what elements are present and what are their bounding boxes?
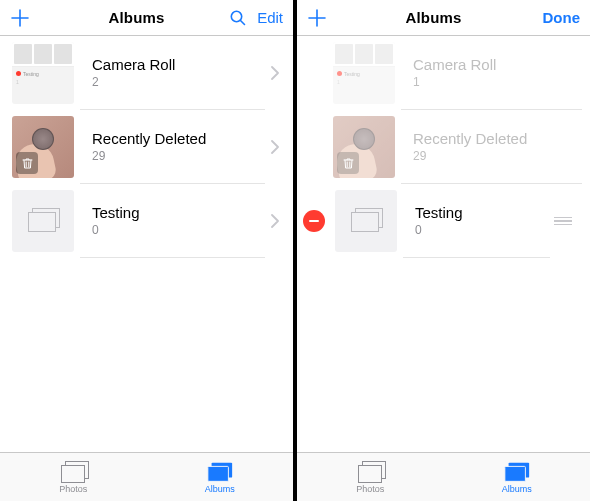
tab-label: Albums bbox=[502, 484, 532, 494]
album-count: 0 bbox=[415, 223, 550, 237]
album-count: 1 bbox=[413, 75, 582, 89]
tab-label: Albums bbox=[205, 484, 235, 494]
trash-icon bbox=[16, 152, 38, 174]
photos-stack-icon bbox=[59, 461, 87, 483]
album-list-editing: Testing1 Camera Roll 1 Recently Deleted … bbox=[297, 36, 590, 452]
chevron-icon bbox=[265, 140, 285, 154]
nav-title: Albums bbox=[50, 9, 223, 26]
add-album-button[interactable] bbox=[10, 8, 30, 28]
edit-button[interactable]: Edit bbox=[257, 9, 283, 26]
album-row-recently-deleted[interactable]: Recently Deleted 29 bbox=[0, 110, 293, 184]
album-title: Camera Roll bbox=[413, 56, 582, 73]
album-thumb bbox=[12, 190, 74, 252]
album-list: Testing1 Camera Roll 2 Recently Deleted … bbox=[0, 36, 293, 452]
album-row-camera-roll: Testing1 Camera Roll 1 bbox=[297, 36, 590, 110]
album-count: 29 bbox=[413, 149, 582, 163]
album-title: Recently Deleted bbox=[92, 130, 265, 147]
chevron-icon bbox=[265, 66, 285, 80]
album-thumb bbox=[335, 190, 397, 252]
album-thumb bbox=[12, 116, 74, 178]
tab-label: Photos bbox=[356, 484, 384, 494]
nav-title: Albums bbox=[347, 9, 520, 26]
tab-bar: Photos Albums bbox=[297, 452, 590, 501]
tab-photos[interactable]: Photos bbox=[0, 453, 147, 501]
album-count: 0 bbox=[92, 223, 265, 237]
album-title: Camera Roll bbox=[92, 56, 265, 73]
pane-normal: Albums Edit Testing1 Camera Roll 2 bbox=[0, 0, 293, 501]
album-count: 29 bbox=[92, 149, 265, 163]
album-row-testing[interactable]: Testing 0 bbox=[297, 184, 590, 258]
album-title: Testing bbox=[415, 204, 550, 221]
albums-stack-icon bbox=[206, 461, 234, 483]
album-thumb: Testing1 bbox=[333, 42, 395, 104]
album-row-camera-roll[interactable]: Testing1 Camera Roll 2 bbox=[0, 36, 293, 110]
album-thumb bbox=[333, 116, 395, 178]
pane-editing: Albums Done Testing1 Camera Roll 1 bbox=[297, 0, 590, 501]
photos-stack-icon bbox=[356, 461, 384, 483]
svg-rect-4 bbox=[505, 466, 526, 481]
delete-control[interactable] bbox=[303, 210, 325, 232]
album-thumb: Testing1 bbox=[12, 42, 74, 104]
chevron-icon bbox=[265, 214, 285, 228]
add-album-button[interactable] bbox=[307, 8, 327, 28]
tab-albums[interactable]: Albums bbox=[147, 453, 294, 501]
album-row-testing[interactable]: Testing 0 bbox=[0, 184, 293, 258]
trash-icon bbox=[337, 152, 359, 174]
album-title: Recently Deleted bbox=[413, 130, 582, 147]
reorder-handle[interactable] bbox=[550, 217, 576, 226]
navbar: Albums Done bbox=[297, 0, 590, 36]
search-button[interactable] bbox=[229, 9, 247, 27]
album-title: Testing bbox=[92, 204, 265, 221]
tab-label: Photos bbox=[59, 484, 87, 494]
svg-rect-2 bbox=[208, 466, 229, 481]
album-row-recently-deleted: Recently Deleted 29 bbox=[297, 110, 590, 184]
tab-albums[interactable]: Albums bbox=[444, 453, 591, 501]
tab-photos[interactable]: Photos bbox=[297, 453, 444, 501]
album-count: 2 bbox=[92, 75, 265, 89]
done-button[interactable]: Done bbox=[543, 9, 581, 26]
tab-bar: Photos Albums bbox=[0, 452, 293, 501]
navbar: Albums Edit bbox=[0, 0, 293, 36]
albums-stack-icon bbox=[503, 461, 531, 483]
